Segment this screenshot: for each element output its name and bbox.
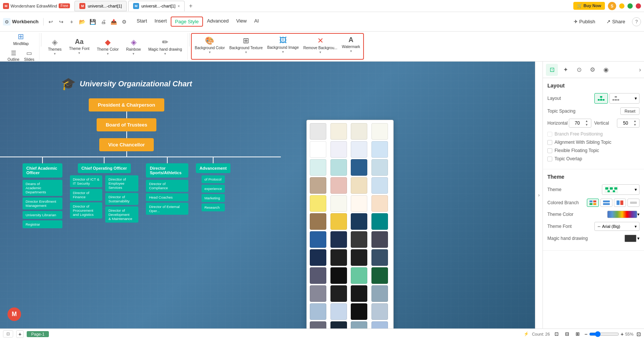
president-node[interactable]: President & Chairperson — [89, 98, 164, 111]
bg-color-button[interactable]: 🎨 Background Color ▼ — [192, 35, 227, 58]
theme-color-button[interactable]: ◆ Theme Color ▼ — [95, 36, 121, 57]
topic-overlap-checkbox[interactable] — [547, 157, 552, 161]
color-swatch-3[interactable] — [371, 123, 388, 140]
color-swatch-39[interactable] — [371, 285, 388, 302]
color-swatch-11[interactable] — [371, 159, 388, 176]
tab2-close[interactable]: × — [177, 4, 180, 8]
marketing-node[interactable]: Marketing — [202, 194, 225, 202]
v-down-button[interactable]: ▼ — [632, 123, 638, 127]
outline-button[interactable]: ☰ Outline — [6, 49, 21, 62]
add-page-button[interactable]: + — [16, 330, 24, 338]
zoom-out-button[interactable]: − — [585, 331, 588, 337]
color-swatch-32[interactable] — [310, 267, 326, 284]
color-swatch-29[interactable] — [330, 249, 347, 266]
color-swatch-13[interactable] — [330, 177, 347, 194]
page-tab-1[interactable]: Page-1 — [27, 331, 49, 337]
enrollment-node[interactable]: Director EnrollmentManagement — [23, 197, 62, 209]
research-node[interactable]: Research — [202, 203, 225, 211]
rp-tab-layout[interactable]: ⊡ — [546, 64, 558, 76]
open-file-button[interactable]: 📂 — [77, 17, 87, 27]
board-node[interactable]: Board of Trustees — [97, 118, 156, 131]
buy-now-button[interactable]: 🛒 Buy Now — [573, 2, 605, 10]
view-btn-1[interactable]: ⊡ — [553, 330, 561, 338]
color-swatch-37[interactable] — [330, 285, 347, 302]
layout-icon[interactable] — [594, 93, 608, 104]
h-down-button[interactable]: ▼ — [584, 123, 589, 127]
color-swatch-20[interactable] — [310, 213, 326, 230]
maximize-button[interactable] — [627, 3, 633, 9]
canvas[interactable]: 🎓 University Organizational Chart Presid… — [0, 62, 535, 328]
color-swatch-33[interactable] — [330, 267, 347, 284]
magic-hand-color[interactable] — [624, 235, 636, 242]
vertical-input[interactable]: 50 ▲ ▼ — [617, 119, 639, 128]
color-swatch-46[interactable] — [351, 321, 367, 328]
theme-color-dropdown-arrow[interactable]: ▾ — [637, 212, 639, 217]
close-button[interactable] — [636, 3, 641, 9]
publish-button[interactable]: ✈ Publish — [569, 17, 600, 26]
color-swatch-6[interactable] — [351, 141, 367, 158]
magic-hand-button[interactable]: ✏ Magic hand drawing ▼ — [146, 36, 184, 57]
color-swatch-8[interactable] — [310, 159, 326, 176]
themes-button[interactable]: ◈ Themes ▼ — [46, 36, 64, 57]
color-swatch-21[interactable] — [330, 213, 347, 230]
operating-node[interactable]: Chief Operating Officer — [78, 163, 131, 173]
nav-page-style[interactable]: Page Style — [171, 17, 203, 27]
experience-node[interactable]: experience — [202, 185, 225, 193]
color-swatch-19[interactable] — [371, 195, 388, 212]
fullscreen-button[interactable]: ⊡ — [636, 331, 641, 337]
color-swatch-36[interactable] — [310, 285, 326, 302]
color-swatch-31[interactable] — [371, 249, 388, 266]
color-swatch-47[interactable] — [371, 321, 388, 328]
color-swatch-12[interactable] — [310, 177, 326, 194]
add-tab-button[interactable]: + — [186, 2, 195, 11]
theme-dropdown[interactable]: ▾ — [602, 184, 639, 195]
color-swatch-28[interactable] — [310, 249, 326, 266]
redo-button[interactable]: ↪ — [56, 17, 66, 27]
color-swatch-38[interactable] — [351, 285, 367, 302]
vice-chancellor-node[interactable]: Vice Chancellor — [99, 138, 154, 151]
color-swatch-34[interactable] — [351, 267, 367, 284]
color-swatch-15[interactable] — [371, 177, 388, 194]
flexible-float-checkbox[interactable] — [547, 148, 552, 153]
ict-node[interactable]: Director of ICT &IT Security — [70, 175, 103, 187]
theme-font-dropdown[interactable]: ↔ Arial (Big) ▾ — [594, 222, 639, 231]
color-swatch-2[interactable] — [351, 123, 367, 140]
theme-font-button[interactable]: Aa Theme Font ▼ — [67, 36, 92, 56]
color-swatch-24[interactable] — [310, 231, 326, 248]
h-up-button[interactable]: ▲ — [584, 119, 589, 123]
settings-button[interactable]: ⚙ — [120, 17, 129, 27]
share-button[interactable]: ↗ Share — [602, 17, 630, 26]
branch-free-checkbox[interactable] — [547, 132, 552, 137]
rp-tab-style[interactable]: ✦ — [559, 64, 571, 76]
add-button[interactable]: + — [67, 17, 77, 27]
layout-dropdown[interactable]: ▾ — [609, 93, 639, 104]
undo-button[interactable]: ↩ — [46, 17, 56, 27]
deans-node[interactable]: Deans ofAcademic Departments — [23, 180, 62, 196]
right-panel-collapse-button[interactable]: › — [639, 66, 641, 73]
nav-ai[interactable]: AI — [250, 17, 262, 27]
color-swatch-14[interactable] — [351, 177, 367, 194]
user-avatar[interactable]: S — [608, 2, 616, 10]
color-swatch-40[interactable] — [310, 303, 326, 320]
color-swatch-16[interactable] — [310, 195, 326, 212]
v-up-button[interactable]: ▲ — [632, 119, 638, 123]
advancement-node[interactable]: Advancement — [196, 163, 230, 173]
sports-node[interactable]: Director Sports/Athletics — [146, 163, 188, 178]
employee-node[interactable]: Directtor ofEmployee Services — [105, 175, 138, 191]
nav-view[interactable]: View — [232, 17, 250, 27]
color-swatch-7[interactable] — [371, 141, 388, 158]
bg-image-button[interactable]: 🖼 Background Image ▼ — [265, 35, 301, 58]
nav-start[interactable]: Start — [133, 17, 151, 27]
rp-tab-settings[interactable]: ⚙ — [586, 64, 599, 76]
rp-tab-location[interactable]: ⊙ — [573, 64, 585, 76]
compliance-node[interactable]: Director of Compliance — [146, 180, 188, 192]
rainbow-button[interactable]: ◈ Rainbow ▼ — [124, 36, 143, 57]
color-swatch-23[interactable] — [371, 213, 388, 230]
cb-option-2[interactable] — [600, 199, 612, 207]
color-swatch-9[interactable] — [330, 159, 347, 176]
zoom-slider[interactable] — [589, 331, 619, 337]
color-swatch-26[interactable] — [351, 231, 367, 248]
color-swatch-10[interactable] — [351, 159, 367, 176]
remove-bg-button[interactable]: ✕ Remove Backgrou... ▼ — [301, 35, 340, 58]
slides-button[interactable]: ▭ Slides — [23, 49, 36, 62]
